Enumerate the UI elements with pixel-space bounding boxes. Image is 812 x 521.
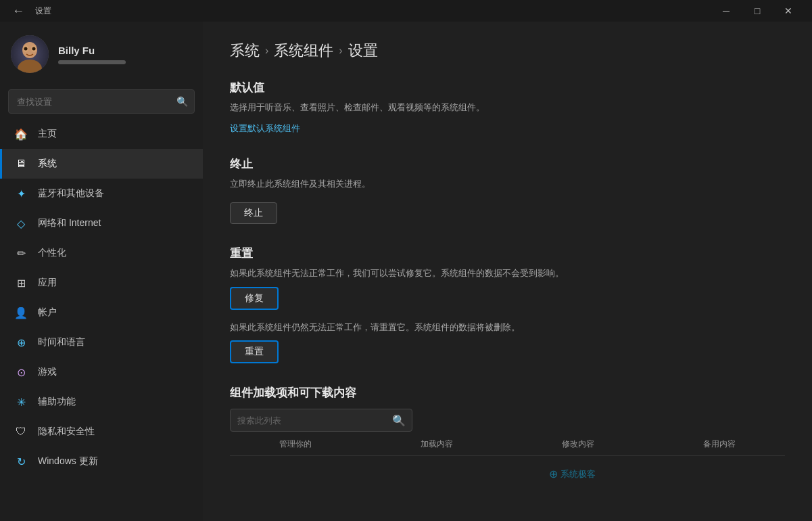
- section-terminate-desc: 立即终止此系统组件及其相关进程。: [230, 177, 785, 191]
- bluetooth-icon: ✦: [14, 186, 28, 201]
- search-input[interactable]: [8, 89, 195, 114]
- titlebar-title: 设置: [35, 5, 51, 17]
- section-addon: 组件加载项和可下载内容 🔍 管理你的 加载内容 修改内容 备用内容: [230, 385, 785, 456]
- svg-point-5: [24, 47, 28, 51]
- back-button[interactable]: ←: [8, 3, 28, 20]
- system-icon: 🖥: [14, 156, 28, 171]
- section-default-title: 默认值: [230, 80, 785, 95]
- sidebar-item-privacy-label: 隐私和安全性: [38, 426, 95, 438]
- reset-button[interactable]: 重置: [230, 340, 279, 363]
- breadcrumb-part-1: 系统: [230, 41, 260, 61]
- svg-point-6: [32, 47, 36, 51]
- sidebar-item-accessibility[interactable]: ✳ 辅助功能: [0, 387, 203, 417]
- repair-button[interactable]: 修复: [230, 287, 279, 310]
- sidebar-item-home-label: 主页: [38, 128, 57, 140]
- sidebar-item-time[interactable]: ⊕ 时间和语言: [0, 327, 203, 357]
- gaming-icon: ⊙: [14, 365, 28, 380]
- sidebar-item-system-label: 系统: [38, 158, 57, 170]
- section-default-link[interactable]: 设置默认系统组件: [230, 123, 300, 133]
- section-reset-desc1: 如果此系统组件无法正常工作，我们可以尝试修复它。系统组件的数据不会受到影响。: [230, 267, 785, 281]
- sidebar-item-gaming[interactable]: ⊙ 游戏: [0, 357, 203, 387]
- sidebar-item-accounts-label: 帐户: [38, 307, 57, 319]
- breadcrumb: 系统 › 系统组件 › 设置: [230, 41, 785, 61]
- sidebar-item-windows-update-label: Windows 更新: [38, 455, 98, 468]
- reset-btn-section: 重置: [230, 340, 785, 363]
- addon-col-3: 修改内容: [513, 438, 644, 450]
- personalize-icon: ✏: [14, 246, 28, 260]
- sidebar-item-personalize[interactable]: ✏ 个性化: [0, 238, 203, 268]
- titlebar: ← 设置 ─ □ ✕: [0, 0, 812, 22]
- accounts-icon: 👤: [14, 305, 28, 320]
- app-body: Billy Fu 🔍 🏠 主页 🖥 系统 ✦ 蓝牙和其他设备: [0, 22, 812, 521]
- section-default: 默认值 选择用于听音乐、查看照片、检查邮件、观看视频等的系统组件。 设置默认系统…: [230, 80, 785, 135]
- windows-update-icon: ↻: [14, 454, 28, 469]
- sidebar-item-apps-label: 应用: [38, 277, 57, 289]
- sidebar-item-system[interactable]: 🖥 系统: [0, 149, 203, 179]
- breadcrumb-part-3: 设置: [348, 41, 378, 61]
- sidebar-nav: 🏠 主页 🖥 系统 ✦ 蓝牙和其他设备 ◇ 网络和 Internet ✏ 个性化…: [0, 119, 203, 476]
- sidebar-item-time-label: 时间和语言: [38, 336, 85, 348]
- addon-col-4: 备用内容: [654, 438, 785, 450]
- minimize-button[interactable]: ─: [711, 0, 742, 22]
- section-terminate: 终止 立即终止此系统组件及其相关进程。 终止: [230, 156, 785, 224]
- section-terminate-title: 终止: [230, 156, 785, 172]
- addon-section-title: 组件加载项和可下载内容: [230, 385, 785, 401]
- sidebar-item-home[interactable]: 🏠 主页: [0, 119, 203, 149]
- terminate-button[interactable]: 终止: [230, 202, 277, 224]
- privacy-icon: 🛡: [14, 424, 28, 439]
- addon-search-box: 🔍: [230, 409, 412, 432]
- breadcrumb-sep-2: ›: [339, 45, 342, 57]
- sidebar-item-network[interactable]: ◇ 网络和 Internet: [0, 208, 203, 238]
- sidebar-item-network-label: 网络和 Internet: [38, 217, 101, 229]
- addon-search-input[interactable]: [230, 409, 412, 432]
- watermark-text: 系统极客: [560, 468, 596, 480]
- sidebar-item-windows-update[interactable]: ↻ Windows 更新: [0, 447, 203, 476]
- user-info: Billy Fu: [58, 45, 192, 64]
- apps-icon: ⊞: [14, 275, 28, 290]
- titlebar-left: ← 设置: [8, 3, 51, 20]
- watermark: ⊕ 系统极客: [549, 468, 596, 480]
- user-subtitle: [58, 60, 126, 64]
- section-reset: 重置 如果此系统组件无法正常工作，我们可以尝试修复它。系统组件的数据不会受到影响…: [230, 246, 785, 364]
- addon-column-headers: 管理你的 加载内容 修改内容 备用内容: [230, 438, 785, 456]
- search-box: 🔍: [8, 89, 195, 114]
- user-name: Billy Fu: [58, 45, 192, 56]
- home-icon: 🏠: [14, 127, 28, 141]
- user-profile[interactable]: Billy Fu: [0, 22, 203, 87]
- sidebar-item-bluetooth-label: 蓝牙和其他设备: [38, 187, 104, 200]
- sidebar-item-accounts[interactable]: 👤 帐户: [0, 298, 203, 327]
- breadcrumb-part-2: 系统组件: [274, 41, 333, 61]
- sidebar-item-bluetooth[interactable]: ✦ 蓝牙和其他设备: [0, 179, 203, 208]
- addon-col-2: 加载内容: [371, 438, 502, 450]
- section-reset-desc2: 如果此系统组件仍然无法正常工作，请重置它。系统组件的数据将被删除。: [230, 321, 785, 335]
- repair-section: 修复: [230, 287, 785, 310]
- main-content: 系统 › 系统组件 › 设置 默认值 选择用于听音乐、查看照片、检查邮件、观看视…: [203, 22, 812, 521]
- breadcrumb-sep-1: ›: [265, 45, 268, 57]
- titlebar-controls: ─ □ ✕: [711, 0, 804, 22]
- accessibility-icon: ✳: [14, 394, 28, 409]
- addon-col-1: 管理你的: [230, 438, 360, 450]
- search-icon: 🔍: [176, 96, 188, 107]
- close-button[interactable]: ✕: [773, 0, 804, 22]
- watermark-icon: ⊕: [549, 468, 558, 480]
- avatar: [11, 35, 49, 73]
- sidebar-item-personalize-label: 个性化: [38, 247, 66, 259]
- sidebar-item-accessibility-label: 辅助功能: [38, 396, 76, 408]
- network-icon: ◇: [14, 216, 28, 231]
- sidebar-item-apps[interactable]: ⊞ 应用: [0, 268, 203, 298]
- sidebar-item-privacy[interactable]: 🛡 隐私和安全性: [0, 417, 203, 447]
- time-icon: ⊕: [14, 335, 28, 350]
- maximize-button[interactable]: □: [742, 0, 773, 22]
- sidebar-item-gaming-label: 游戏: [38, 366, 57, 378]
- addon-search-icon: 🔍: [392, 414, 406, 427]
- sidebar: Billy Fu 🔍 🏠 主页 🖥 系统 ✦ 蓝牙和其他设备: [0, 22, 203, 521]
- section-reset-title: 重置: [230, 246, 785, 261]
- section-default-desc: 选择用于听音乐、查看照片、检查邮件、观看视频等的系统组件。: [230, 101, 785, 115]
